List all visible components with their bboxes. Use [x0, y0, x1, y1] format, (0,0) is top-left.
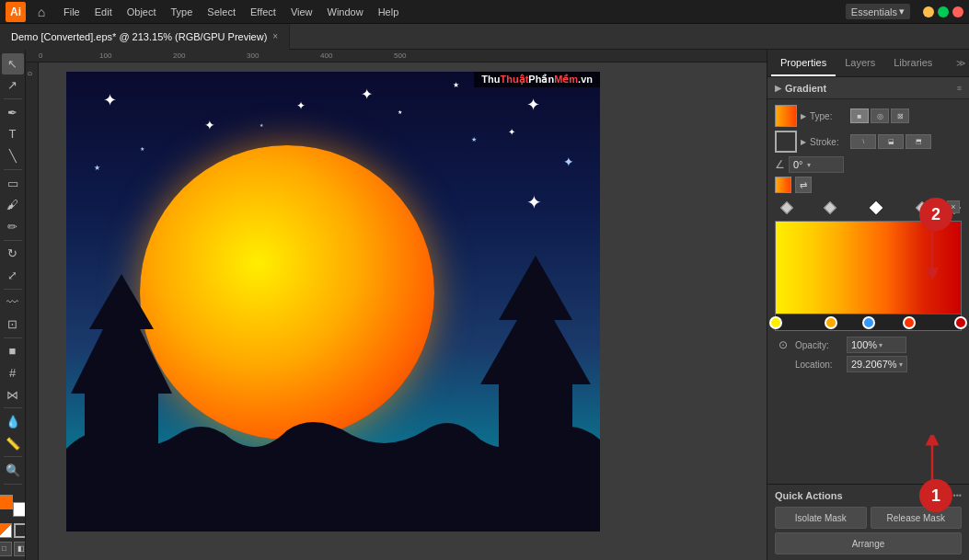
angle-dropdown-icon[interactable]: ▾ — [807, 161, 811, 169]
release-mask-button[interactable]: Release Mask — [871, 507, 963, 529]
tool-mesh[interactable]: # — [2, 362, 24, 383]
tool-type[interactable]: T — [2, 124, 24, 145]
window-controls — [923, 6, 963, 17]
gradient-preview-swatch[interactable] — [775, 105, 797, 127]
tab-close-button[interactable]: × — [272, 31, 278, 41]
gradient-collapse-icon[interactable]: ▶ — [775, 84, 781, 93]
tool-pencil[interactable]: ✏ — [2, 216, 24, 237]
document-tab[interactable]: Demo [Converted].eps* @ 213.15% (RGB/GPU… — [0, 24, 290, 50]
gradient-small-swatch[interactable] — [775, 177, 791, 193]
stroke-arrow[interactable]: ▶ — [801, 138, 806, 146]
location-input[interactable]: 29.2067% ▾ — [847, 356, 907, 372]
tool-rotate[interactable]: ↻ — [2, 243, 24, 264]
color-stop-orange2[interactable] — [862, 316, 875, 329]
color-stop-yellow[interactable] — [769, 316, 782, 329]
gradient-dropdown-arrow[interactable]: ▶ — [801, 112, 806, 120]
stroke-btn-1[interactable]: ⧵ — [850, 134, 876, 149]
canvas-content[interactable]: ✦ ✦ ✦ ✦ ✦ ★ ★ ★ ★ ✦ ✦ ★ ★ ✦ — [39, 63, 767, 560]
minimize-button[interactable] — [923, 6, 934, 17]
tool-eyedropper[interactable]: 💧 — [2, 411, 24, 432]
workspace-selector[interactable]: Essentials ▾ — [846, 4, 910, 19]
tool-paintbrush[interactable]: 🖌 — [2, 194, 24, 215]
tool-blend[interactable]: ⋈ — [2, 384, 24, 406]
menu-effect[interactable]: Effect — [244, 5, 283, 19]
type-radial-btn[interactable]: ◎ — [871, 109, 889, 123]
grad-stop-3[interactable] — [870, 201, 882, 214]
gradient-controls: ▶ Type: ■ ◎ ⊠ ▶ Stroke: ⧵ ⬓ — [767, 99, 969, 199]
panel-expand-icon[interactable]: ≫ — [956, 58, 965, 68]
color-stops-track — [776, 314, 961, 330]
star-10: ★ — [94, 164, 100, 172]
menu-window[interactable]: Window — [321, 5, 370, 19]
stroke-swatch[interactable] — [775, 131, 797, 153]
color-stop-red2[interactable] — [954, 316, 967, 329]
quick-actions-more-icon[interactable]: ••• — [953, 491, 962, 500]
menu-help[interactable]: Help — [372, 5, 406, 19]
location-label: Location: — [795, 360, 843, 370]
grad-stop-4[interactable] — [916, 201, 929, 214]
opacity-label: Opacity: — [795, 340, 843, 350]
star-3: ✦ — [296, 99, 306, 112]
menu-type[interactable]: Type — [165, 5, 200, 19]
angle-input[interactable]: 0° ▾ — [789, 156, 844, 173]
menu-file[interactable]: File — [57, 5, 87, 19]
tool-separator-6 — [4, 407, 22, 408]
fill-indicator[interactable] — [0, 523, 12, 538]
grad-stop-1[interactable] — [780, 201, 793, 214]
canvas-area: 0 100 200 300 400 500 0 ✦ ✦ ✦ ✦ ✦ ★ ★ ★ — [26, 50, 767, 560]
ruler-top: 0 100 200 300 400 500 — [26, 50, 767, 63]
arrange-button[interactable]: Arrange — [775, 532, 962, 554]
panel-spacer — [767, 376, 969, 484]
illustration: ✦ ✦ ✦ ✦ ✦ ★ ★ ★ ★ ✦ ✦ ★ ★ ✦ — [66, 72, 600, 531]
tool-separator-7 — [4, 456, 22, 457]
type-linear-btn[interactable]: ■ — [850, 109, 869, 123]
background-color[interactable] — [13, 502, 27, 517]
stroke-btn-3[interactable]: ⬒ — [906, 134, 931, 149]
star-5: ✦ — [508, 127, 515, 137]
tool-line[interactable]: ╲ — [2, 145, 24, 166]
opacity-dropdown-icon[interactable]: ▾ — [879, 341, 882, 349]
qa-row-2: Arrange — [775, 532, 962, 554]
menu-view[interactable]: View — [284, 5, 319, 19]
close-window-button[interactable] — [952, 6, 963, 17]
gradient-options-icon[interactable]: ≡ — [957, 84, 962, 93]
menu-select[interactable]: Select — [201, 5, 242, 19]
grad-stop-2[interactable] — [824, 201, 836, 214]
type-freeform-btn[interactable]: ⊠ — [891, 109, 909, 123]
color-stop-red1[interactable] — [903, 316, 916, 329]
gradient-panel: ▶ Gradient ≡ ▶ Type: ■ ◎ ⊠ — [767, 77, 969, 484]
opacity-input[interactable]: 100% ▾ — [847, 337, 906, 353]
normal-mode-icon[interactable]: □ — [0, 542, 12, 556]
tool-shape[interactable]: ▭ — [2, 173, 24, 194]
gradient-header: ▶ Gradient ≡ — [767, 77, 969, 99]
foreground-color[interactable] — [0, 495, 13, 509]
tab-layers[interactable]: Layers — [836, 51, 884, 76]
tool-select[interactable]: ↖ — [2, 53, 24, 74]
tool-warp[interactable]: 〰 — [2, 292, 24, 314]
tab-properties[interactable]: Properties — [771, 51, 836, 76]
tool-direct-select[interactable]: ↗ — [2, 75, 24, 97]
tool-pen[interactable]: ✒ — [2, 102, 24, 123]
location-dropdown-icon[interactable]: ▾ — [899, 360, 903, 369]
draw-behind-icon[interactable]: ◧ — [14, 542, 27, 556]
menu-object[interactable]: Object — [121, 5, 163, 19]
home-button[interactable]: ⌂ — [31, 2, 52, 22]
eyedropper-button[interactable]: ⊙ — [775, 337, 791, 353]
tab-libraries[interactable]: Libraries — [884, 51, 941, 76]
workspace-chevron-icon: ▾ — [899, 6, 905, 17]
tool-zoom[interactable]: 🔍 — [2, 460, 24, 481]
tool-scale[interactable]: ⤢ — [2, 265, 24, 286]
tool-free-transform[interactable]: ⊡ — [2, 314, 24, 335]
isolate-mask-button[interactable]: Isolate Mask — [775, 507, 867, 529]
stroke-indicator[interactable] — [14, 523, 27, 538]
reverse-gradient-btn[interactable]: ⇄ — [795, 177, 812, 193]
grad-stop-delete[interactable]: × — [947, 200, 960, 213]
color-stop-orange1[interactable] — [825, 316, 837, 329]
tool-gradient[interactable]: ■ — [2, 341, 24, 362]
maximize-button[interactable] — [938, 6, 949, 17]
menu-edit[interactable]: Edit — [88, 5, 119, 19]
tool-separator-5 — [4, 337, 22, 338]
stroke-btn-2[interactable]: ⬓ — [878, 134, 904, 149]
tool-measure[interactable]: 📏 — [2, 433, 24, 454]
opacity-value: 100% — [851, 339, 877, 350]
